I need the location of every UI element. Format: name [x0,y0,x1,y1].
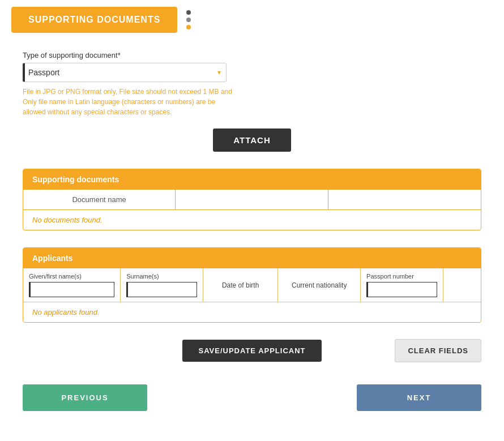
file-info-text: File in JPG or PNG format only, File siz… [23,87,238,117]
clear-fields-button[interactable]: CLEAR FIELDS [395,339,481,362]
col-given-name: Given/first name(s) [23,268,121,302]
dob-label: Date of birth [222,281,259,289]
doc-col-2 [176,190,328,209]
applicants-title: Applicants [23,248,481,268]
col-dob: Date of birth [203,268,278,302]
previous-button[interactable]: PREVIOUS [23,384,147,411]
passport-input[interactable] [366,282,437,297]
attach-button[interactable]: ATTACH [213,129,291,152]
given-name-label: Given/first name(s) [29,273,82,280]
document-type-section: Type of supporting document* Passport ID… [23,51,481,117]
main-content: Type of supporting document* Passport ID… [0,40,504,441]
applicants-col-headers: Given/first name(s) Surname(s) Date of b… [23,268,481,302]
header-dots [186,10,191,29]
document-type-select[interactable]: Passport ID Card Birth Certificate Other [23,63,227,82]
supporting-docs-table: Supporting documents Document name No do… [23,169,481,230]
col-passport: Passport number [361,268,443,302]
applicants-empty: No applicants found. [23,302,481,322]
supporting-docs-col-headers: Document name [23,190,481,210]
col-surname: Surname(s) [121,268,203,302]
dot-2 [186,18,191,22]
doc-col-name: Document name [23,190,176,209]
attach-area: ATTACH [23,129,481,152]
col-extra [443,268,481,302]
col-nationality: Current nationality [278,268,361,302]
passport-label: Passport number [366,273,414,280]
document-type-label: Type of supporting document* [23,51,481,59]
given-name-input[interactable] [29,282,114,297]
doc-col-3 [328,190,481,209]
document-type-select-wrapper: Passport ID Card Birth Certificate Other… [23,63,227,82]
page-title-box: SUPPORTING DOCUMENTS [11,7,177,33]
action-row: SAVE/UPDATE APPLICANT CLEAR FIELDS [23,340,481,362]
page-title: SUPPORTING DOCUMENTS [28,15,160,24]
surname-input[interactable] [126,282,197,297]
supporting-docs-title: Supporting documents [23,169,481,190]
nav-row: PREVIOUS NEXT [23,379,481,417]
applicants-table: Applicants Given/first name(s) Surname(s… [23,247,481,323]
save-update-button[interactable]: SAVE/UPDATE APPLICANT [182,340,321,362]
surname-label: Surname(s) [126,273,159,280]
page-header: SUPPORTING DOCUMENTS [0,0,504,40]
dot-1 [186,10,191,15]
supporting-docs-empty: No documents found. [23,210,481,230]
nationality-label: Current nationality [292,281,347,289]
dot-3 [186,25,191,29]
next-button[interactable]: NEXT [357,384,481,411]
